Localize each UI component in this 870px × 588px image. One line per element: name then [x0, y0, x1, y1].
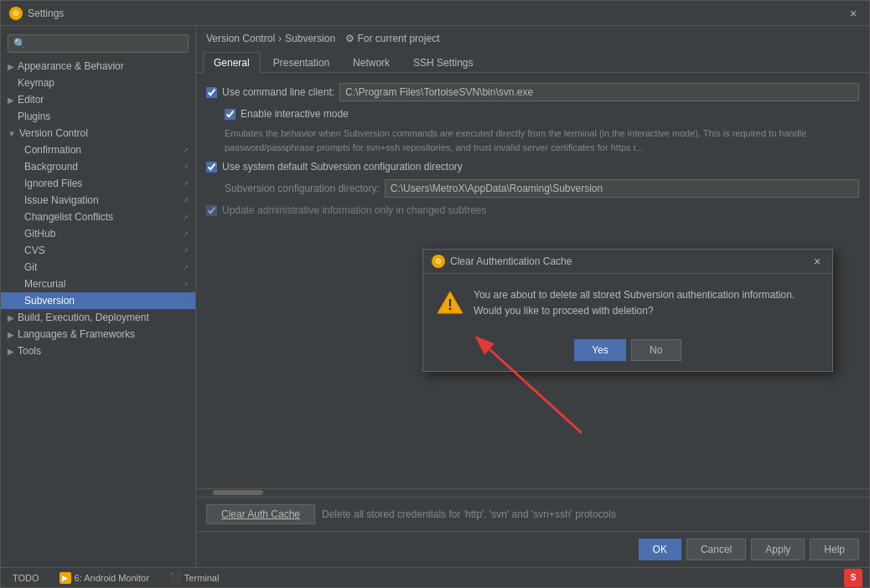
clear-auth-cache-button[interactable]: Clear Auth Cache: [206, 504, 315, 524]
external-icon: ↗: [182, 230, 189, 239]
breadcrumb-separator: ›: [278, 33, 282, 44]
external-icon: ↗: [182, 263, 189, 272]
clear-auth-description: Delete all stored credentials for 'http'…: [322, 508, 859, 520]
sidebar-item-label: Appearance & Behavior: [18, 60, 124, 72]
sidebar-item-label: Languages & Frameworks: [18, 328, 135, 340]
tab-general[interactable]: General: [203, 52, 261, 73]
tab-ssh-settings[interactable]: SSH Settings: [402, 52, 484, 73]
window-title: Settings: [28, 8, 64, 19]
modal-title-bar: ⚙ Clear Authentication Cache ×: [423, 250, 832, 274]
external-icon: ↗: [182, 280, 189, 289]
breadcrumb-note: ⚙ For current project: [345, 33, 439, 44]
breadcrumb-path: Version Control: [206, 33, 275, 44]
external-icon: ↗: [182, 162, 189, 172]
sidebar-item-label: Changelist Conflicts: [24, 211, 113, 223]
sidebar-item-github[interactable]: GitHub ↗: [1, 225, 195, 242]
sidebar-item-label: Mercurial: [24, 278, 65, 290]
sidebar: 🔍 ▶ Appearance & Behavior Keymap ▶ Edito…: [1, 26, 196, 567]
sidebar-item-git[interactable]: Git ↗: [1, 259, 195, 276]
external-icon: ↗: [182, 297, 189, 306]
breadcrumb-current: Subversion: [285, 33, 335, 44]
modal-yes-button[interactable]: Yes: [574, 339, 626, 361]
apply-button[interactable]: Apply: [751, 539, 805, 560]
modal-overlay: ⚙ Clear Authentication Cache × !: [196, 73, 869, 488]
cancel-button[interactable]: Cancel: [686, 539, 746, 560]
title-bar: ⚙ Settings ×: [1, 1, 869, 26]
modal-message-line2: Would you like to proceed with deletion?: [474, 303, 819, 319]
android-monitor-item[interactable]: ▶ 6: Android Monitor: [54, 570, 154, 585]
sidebar-item-subversion[interactable]: Subversion ↗: [1, 292, 195, 309]
sidebar-item-label: Plugins: [18, 111, 50, 122]
sidebar-item-background[interactable]: Background ↗: [1, 158, 195, 175]
modal-footer: Yes No: [423, 333, 832, 371]
sidebar-item-version-control[interactable]: ▼ Version Control: [1, 125, 195, 142]
sidebar-item-label: Subversion: [24, 295, 75, 307]
sidebar-item-tools[interactable]: ▶ Tools: [1, 343, 195, 359]
sidebar-item-label: Version Control: [19, 127, 88, 139]
window-close-button[interactable]: ×: [846, 6, 861, 21]
sidebar-item-label: Tools: [18, 345, 41, 357]
sidebar-item-languages-frameworks[interactable]: ▶ Languages & Frameworks: [1, 326, 195, 343]
sidebar-item-label: Background: [24, 161, 78, 173]
search-box[interactable]: 🔍: [8, 34, 189, 53]
sidebar-item-appearance-behavior[interactable]: ▶ Appearance & Behavior: [1, 58, 195, 75]
arrow-icon: ▼: [8, 129, 16, 138]
svg-text:!: !: [448, 297, 453, 313]
scrollbar-thumb[interactable]: [213, 490, 263, 495]
sidebar-item-label: GitHub: [24, 228, 55, 240]
sidebar-item-build-execution-deployment[interactable]: ▶ Build, Execution, Deployment: [1, 309, 195, 326]
terminal-label: Terminal: [184, 573, 220, 583]
sidebar-item-label: Ignored Files: [24, 178, 82, 189]
bottom-bar: Clear Auth Cache Delete all stored crede…: [196, 497, 869, 531]
sidebar-item-confirmation[interactable]: Confirmation ↗: [1, 142, 195, 158]
sidebar-item-plugins[interactable]: Plugins: [1, 108, 195, 125]
android-monitor-label: 6: Android Monitor: [75, 573, 149, 583]
todo-label: TODO: [13, 573, 39, 583]
modal-close-button[interactable]: ×: [810, 255, 824, 268]
main-content: 🔍 ▶ Appearance & Behavior Keymap ▶ Edito…: [1, 26, 869, 567]
tabs-bar: General Presentation Network SSH Setting…: [196, 51, 869, 73]
external-icon: ↗: [182, 213, 189, 222]
sidebar-item-label: Issue Navigation: [24, 194, 99, 206]
todo-item[interactable]: TODO: [8, 571, 44, 585]
tab-presentation[interactable]: Presentation: [262, 52, 340, 73]
external-icon: ↗: [182, 179, 189, 188]
arrow-icon: ▶: [8, 347, 14, 356]
modal-no-button[interactable]: No: [631, 339, 681, 361]
external-icon: ↗: [182, 196, 189, 205]
sidebar-item-label: Keymap: [18, 77, 54, 89]
breadcrumb: Version Control › Subversion ⚙ For curre…: [196, 26, 869, 51]
help-button[interactable]: Help: [810, 539, 859, 560]
sidebar-item-issue-navigation[interactable]: Issue Navigation ↗: [1, 192, 195, 209]
modal-body: ! You are about to delete all stored Sub…: [423, 274, 832, 333]
todo-bar: TODO ▶ 6: Android Monitor ⬛ Terminal S: [1, 567, 869, 587]
terminal-item[interactable]: ⬛ Terminal: [164, 570, 225, 585]
sidebar-item-ignored-files[interactable]: Ignored Files ↗: [1, 175, 195, 192]
modal-message-line1: You are about to delete all stored Subve…: [474, 287, 819, 303]
footer: OK Cancel Apply Help: [196, 531, 869, 567]
warning-icon: !: [437, 289, 463, 316]
external-icon: ↗: [182, 246, 189, 255]
sidebar-item-changelist-conflicts[interactable]: Changelist Conflicts ↗: [1, 209, 195, 225]
sidebar-item-editor[interactable]: ▶ Editor: [1, 91, 195, 108]
title-bar-left: ⚙ Settings: [9, 7, 64, 20]
right-panel: Version Control › Subversion ⚙ For curre…: [196, 26, 869, 567]
sidebar-item-cvs[interactable]: CVS ↗: [1, 242, 195, 259]
arrow-icon: ▶: [8, 62, 14, 71]
search-input[interactable]: [29, 38, 183, 49]
search-icon: 🔍: [13, 38, 26, 49]
modal-title-left: ⚙ Clear Authentication Cache: [432, 255, 572, 268]
sidebar-item-label: Git: [24, 261, 37, 273]
tab-network[interactable]: Network: [342, 52, 401, 73]
panel-content: Use command line client: Enable interact…: [196, 73, 869, 488]
arrow-icon: ▶: [8, 95, 14, 105]
arrow-icon: ▶: [8, 313, 14, 322]
sidebar-item-label: Confirmation: [24, 144, 81, 156]
sidebar-item-mercurial[interactable]: Mercurial ↗: [1, 276, 195, 292]
snagit-icon[interactable]: S: [844, 569, 862, 587]
sidebar-item-keymap[interactable]: Keymap: [1, 75, 195, 91]
arrow-icon: ▶: [8, 330, 14, 339]
modal-app-icon: ⚙: [432, 255, 445, 268]
ok-button[interactable]: OK: [639, 539, 681, 560]
settings-window: ⚙ Settings × 🔍 ▶ Appearance & Behavior K…: [0, 0, 870, 588]
